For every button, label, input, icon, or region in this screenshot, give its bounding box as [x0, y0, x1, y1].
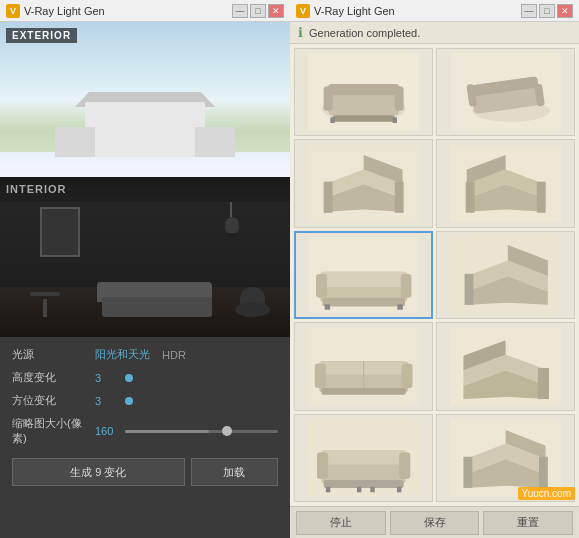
svg-rect-8 [392, 118, 396, 124]
thumbnail-6[interactable] [436, 231, 575, 319]
altitude-row: 高度变化 3 [12, 370, 278, 385]
side-table-leg [43, 299, 47, 317]
thumbnail-3[interactable] [294, 139, 433, 227]
svg-rect-54 [321, 450, 405, 464]
interior-preview: INTERIOR [0, 177, 290, 337]
side-table-top [30, 292, 60, 296]
right-close-button[interactable]: ✕ [557, 4, 573, 18]
thumbnail-size-row: 缩略图大小(像素) 160 [12, 416, 278, 446]
pendant-lamp [222, 202, 240, 232]
reset-button[interactable]: 重置 [483, 511, 573, 535]
svg-rect-60 [357, 487, 361, 493]
svg-rect-51 [538, 367, 549, 398]
azimuth-label: 方位变化 [12, 393, 87, 408]
status-bar: ℹ Generation completed. [290, 22, 579, 44]
thumbnail-1[interactable] [294, 48, 433, 136]
azimuth-value[interactable]: 3 [95, 395, 117, 407]
thumbnail-label: 缩略图大小(像素) [12, 416, 87, 446]
accent-chair [235, 282, 270, 317]
thumbnail-2[interactable] [436, 48, 575, 136]
thumb-svg-5 [303, 237, 425, 313]
right-minimize-button[interactable]: — [521, 4, 537, 18]
right-title-bar: V V-Ray Light Gen — □ ✕ [290, 0, 579, 22]
thumbnail-slider-track[interactable] [125, 430, 278, 433]
svg-rect-29 [320, 272, 407, 287]
svg-rect-31 [400, 274, 411, 298]
thumb-svg-6 [444, 236, 567, 314]
svg-rect-33 [324, 304, 329, 309]
left-window-controls: — □ ✕ [232, 4, 284, 18]
thumbnail-slider-container [125, 430, 278, 433]
altitude-value[interactable]: 3 [95, 372, 117, 384]
interior-background [0, 177, 290, 337]
svg-rect-20 [395, 181, 404, 212]
svg-rect-43 [315, 363, 326, 387]
left-title-left: V V-Ray Light Gen [6, 4, 105, 18]
svg-rect-6 [332, 116, 394, 123]
thumb-svg-8 [444, 328, 567, 406]
thumb-svg-9 [302, 419, 425, 497]
light-source-hdr[interactable]: HDR [162, 349, 186, 361]
svg-rect-30 [316, 274, 327, 298]
thumbnail-7[interactable] [294, 322, 433, 410]
thumbnail-slider-thumb[interactable] [222, 426, 232, 436]
svg-rect-59 [397, 487, 401, 493]
altitude-label: 高度变化 [12, 370, 87, 385]
svg-rect-39 [464, 274, 473, 305]
building-main [85, 102, 205, 157]
light-source-label: 光源 [12, 347, 87, 362]
right-title-left: V V-Ray Light Gen [296, 4, 395, 18]
svg-rect-19 [323, 181, 332, 212]
right-window-controls: — □ ✕ [521, 4, 573, 18]
svg-rect-58 [326, 487, 330, 493]
light-source-sun-sky[interactable]: 阳光和天光 [95, 347, 150, 362]
sofa [97, 277, 217, 317]
thumb-svg-10 [444, 419, 567, 497]
svg-rect-61 [370, 487, 374, 493]
exterior-label: EXTERIOR [6, 28, 77, 43]
right-app-icon: V [296, 4, 310, 18]
svg-rect-67 [539, 457, 548, 488]
svg-rect-26 [537, 181, 546, 212]
thumb-svg-2 [444, 53, 567, 131]
light-source-row: 光源 阳光和天光 HDR [12, 347, 278, 362]
svg-rect-3 [328, 84, 399, 95]
svg-rect-32 [322, 298, 404, 307]
left-window-title: V-Ray Light Gen [24, 5, 105, 17]
left-close-button[interactable]: ✕ [268, 4, 284, 18]
thumbnail-value[interactable]: 160 [95, 425, 117, 437]
thumbnail-slider-fill [125, 430, 209, 433]
save-button[interactable]: 保存 [390, 511, 480, 535]
thumbnail-5[interactable] [294, 231, 433, 319]
stop-button[interactable]: 停止 [296, 511, 386, 535]
side-table [30, 292, 60, 317]
thumbnail-8[interactable] [436, 322, 575, 410]
thumb-svg-3 [302, 145, 425, 223]
svg-rect-34 [397, 304, 402, 309]
lamp-shade [225, 217, 239, 233]
left-app-icon: V [6, 4, 20, 18]
exterior-preview: EXTERIOR [0, 22, 290, 177]
left-title-bar: V V-Ray Light Gen — □ ✕ [0, 0, 290, 22]
watermark: Yuucn.com [518, 487, 575, 500]
thumb-svg-1 [302, 53, 425, 131]
thumbnail-9[interactable] [294, 414, 433, 502]
azimuth-dot [125, 397, 133, 405]
altitude-dot [125, 374, 133, 382]
building-wing-right [195, 127, 235, 157]
svg-rect-25 [465, 181, 474, 212]
controls-section: 光源 阳光和天光 HDR 高度变化 3 方位变化 3 缩略图大小(像素) 160 [0, 337, 290, 538]
left-minimize-button[interactable]: — [232, 4, 248, 18]
svg-rect-55 [317, 452, 328, 479]
left-maximize-button[interactable]: □ [250, 4, 266, 18]
right-maximize-button[interactable]: □ [539, 4, 555, 18]
thumb-svg-7 [302, 328, 425, 406]
chair-seat [235, 302, 270, 317]
generate-button[interactable]: 生成 9 变化 [12, 458, 185, 486]
right-panel: V V-Ray Light Gen — □ ✕ ℹ Generation com… [290, 0, 579, 538]
thumbnail-4[interactable] [436, 139, 575, 227]
svg-rect-44 [401, 363, 412, 387]
add-button[interactable]: 加载 [191, 458, 278, 486]
bottom-buttons: 生成 9 变化 加载 [12, 458, 278, 486]
exterior-background [0, 22, 290, 177]
